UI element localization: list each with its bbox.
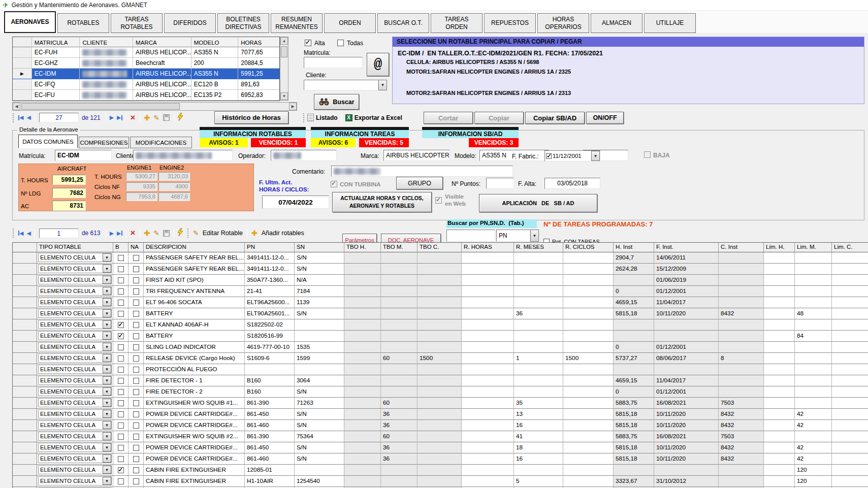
cell-desc[interactable]: POWER DEVICE CARTRIDGE#... [144, 453, 245, 465]
last-record-icon[interactable]: ▶ [117, 114, 122, 121]
cell-h_inst[interactable]: 5737,27 [614, 353, 654, 364]
cell-tbo_c[interactable] [417, 386, 462, 398]
cell-f_inst[interactable]: 10/11/2020 [654, 442, 719, 453]
hscroll-thumb[interactable] [21, 103, 180, 110]
cell-h_inst[interactable]: 0 [614, 386, 654, 398]
b-checkbox[interactable] [118, 422, 124, 429]
cell-r_ciclos[interactable] [563, 331, 614, 342]
cell-desc[interactable]: CABIN FIRE EXTINGUISHER [144, 465, 245, 476]
cell-pn[interactable]: 3491411-12-0... [245, 264, 295, 275]
record-position-input[interactable]: 27 [39, 113, 79, 122]
row-selector[interactable] [13, 275, 37, 286]
aircraft-grid-vscrollbar[interactable]: ▲ ▼ [280, 37, 288, 101]
delete-rotable-icon[interactable]: × [131, 228, 136, 238]
cell-desc[interactable]: RELEASE DEVICE (Cargo Hook) [144, 353, 245, 364]
cell-f_inst[interactable]: 10/11/2020 [654, 420, 719, 431]
cell-r_horas[interactable] [462, 442, 514, 453]
cell-r_horas[interactable] [462, 286, 514, 297]
cell-h_inst[interactable] [614, 331, 654, 342]
buscar-pn-input[interactable] [446, 230, 495, 242]
b-checkbox[interactable] [118, 311, 124, 317]
cell-tbo_h[interactable] [344, 398, 381, 409]
cell-lim_h[interactable] [764, 453, 795, 465]
cell-tbo_c[interactable] [417, 331, 462, 342]
cell-lim_h[interactable] [764, 286, 795, 297]
cell-horas[interactable]: 6952,83 [238, 90, 279, 101]
matricula-field[interactable]: EC-IDM [55, 150, 112, 161]
row-selector[interactable] [13, 331, 37, 342]
cell-c_inst[interactable]: 8 [719, 353, 764, 364]
cell-desc[interactable]: PASSENGER SAFETY REAR BEL... [144, 252, 245, 264]
b-checkbox[interactable] [118, 467, 124, 473]
cell-tbo_h[interactable] [344, 275, 381, 286]
cell-matricula[interactable]: EC-IDM [32, 69, 80, 79]
cell-lim_c[interactable] [832, 342, 868, 353]
cell-c_inst[interactable] [719, 465, 764, 476]
cliente-field[interactable] [133, 150, 233, 161]
cell-matricula[interactable]: EC-IFU [32, 90, 80, 101]
cell-lim_m[interactable]: 120 [795, 476, 832, 487]
cell-sn[interactable]: S/N [295, 386, 344, 398]
editar-rotable-button[interactable]: Editar Rotable [203, 230, 243, 237]
cell-h_inst[interactable] [614, 275, 654, 286]
cell-r_horas[interactable] [462, 275, 514, 286]
cell-r_ciclos[interactable] [563, 252, 614, 264]
cell-f_inst[interactable]: 16/08/2021 [654, 431, 719, 442]
cell-modelo[interactable]: AS355 N [191, 69, 239, 79]
cell-pn[interactable]: 4619-777-00-10 [245, 342, 295, 353]
cell-pn[interactable]: 861-450 [245, 442, 295, 453]
cell-f_inst[interactable]: 10/11/2020 [654, 453, 719, 465]
chevron-down-icon[interactable]: ▼ [103, 365, 111, 373]
cell-tbo_c[interactable] [417, 409, 462, 420]
na-checkbox[interactable] [133, 355, 139, 362]
cell-r_horas[interactable] [462, 453, 514, 465]
cell-tbo_c[interactable] [417, 286, 462, 297]
cell-c_inst[interactable] [719, 297, 764, 308]
b-checkbox[interactable] [118, 300, 124, 306]
cell-h_inst[interactable]: 0 [614, 286, 654, 297]
b-checkbox[interactable] [118, 288, 124, 295]
alta-checkbox[interactable] [305, 40, 311, 46]
cell-tbo_h[interactable] [344, 420, 381, 431]
cell-tbo_m[interactable] [381, 264, 417, 275]
na-checkbox[interactable] [133, 422, 139, 429]
cell-marca[interactable]: AIRBUS HELICOP... [133, 90, 191, 101]
next-record-icon[interactable]: ▶ [110, 114, 114, 121]
cell-desc[interactable]: POWER DEVICE CARTRIDGE#... [144, 420, 245, 431]
tipo-rotable-combo[interactable]: ELEMENTO CELULA▼ [38, 353, 112, 363]
chevron-down-icon[interactable]: ▼ [530, 230, 539, 242]
scroll-down-icon[interactable]: ▼ [280, 92, 288, 100]
cell-lim_m[interactable]: 42 [795, 420, 832, 431]
cell-lim_h[interactable] [764, 409, 795, 420]
cell-r_meses[interactable]: 13 [514, 409, 563, 420]
tipo-rotable-combo[interactable]: ELEMENTO CELULA▼ [38, 376, 112, 385]
rotable-position-input[interactable]: 1 [39, 229, 79, 238]
row-selector[interactable] [13, 398, 37, 409]
cell-sn[interactable]: S/N [295, 420, 344, 431]
cell-r_meses[interactable]: 18 [514, 442, 563, 453]
cell-sn[interactable]: S/N [295, 442, 344, 453]
scroll-up-icon[interactable]: ▲ [280, 37, 288, 45]
cell-lim_c[interactable] [832, 252, 868, 264]
cell-tbo_m[interactable] [381, 331, 417, 342]
scroll-right-icon[interactable]: ▶ [289, 103, 297, 110]
cell-r_ciclos[interactable] [563, 375, 614, 386]
cell-matricula[interactable]: EC-IFQ [32, 79, 80, 90]
cell-r_ciclos[interactable] [563, 364, 614, 375]
na-checkbox[interactable] [133, 478, 139, 484]
tab-orden[interactable]: ORDEN [324, 13, 376, 33]
tab-almacen[interactable]: ALMACEN [591, 13, 642, 33]
first-record-icon[interactable]: ◀ [18, 114, 23, 121]
chevron-down-icon[interactable]: ▼ [103, 443, 111, 451]
cell-c_inst[interactable]: 8432 [719, 442, 764, 453]
f-alta-value[interactable]: 03/05/2018 [544, 178, 600, 189]
cell-r_horas[interactable] [462, 297, 514, 308]
add-rotable-icon[interactable]: ✚ [144, 229, 150, 237]
cell-desc[interactable]: CABIN FIRE EXTINGUISHER [144, 476, 245, 487]
tab-resumen-remanentes[interactable]: RESUMEN REMANENTES [271, 13, 323, 33]
t-hours-value[interactable]: 5991,25 [52, 175, 86, 185]
grupo-button[interactable]: GRUPO [396, 177, 443, 189]
cell-r_meses[interactable]: 41 [514, 431, 563, 442]
ac-value[interactable]: 8731 [52, 201, 86, 211]
actualizar-button[interactable]: ACTUALIZAR HORAS Y CICLOS, AERONAVE Y RO… [332, 192, 432, 212]
